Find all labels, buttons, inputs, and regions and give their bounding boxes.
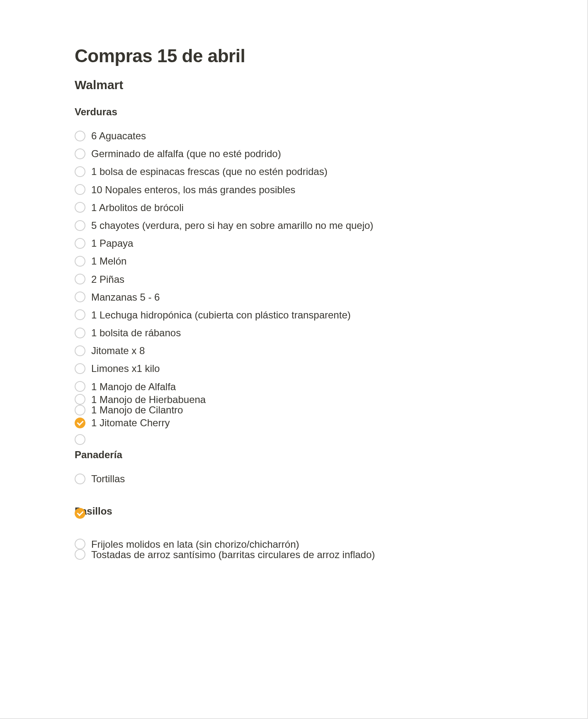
list-item-label: 1 Lechuga hidropónica (cubierta con plás… xyxy=(91,308,351,321)
section-heading: Panadería xyxy=(75,449,513,461)
list-item-label: 1 bolsita de rábanos xyxy=(91,326,181,339)
list-item-label: 6 Aguacates xyxy=(91,129,146,142)
note-page: Compras 15 de abril Walmart Verduras6 Ag… xyxy=(0,0,588,719)
list-item-label: 5 chayotes (verdura, pero si hay en sobr… xyxy=(91,219,373,232)
list-item[interactable]: 1 bolsa de espinacas frescas (que no est… xyxy=(75,163,513,180)
checkbox-empty-icon[interactable] xyxy=(75,256,85,267)
checkbox-empty-icon[interactable] xyxy=(75,184,85,195)
checkbox-empty-icon[interactable] xyxy=(75,328,85,338)
list-item[interactable]: 1 bolsita de rábanos xyxy=(75,324,513,342)
list-item-label: Tostadas de arroz santísimo (barritas ci… xyxy=(91,548,375,561)
list-item[interactable]: 1 Melón xyxy=(75,252,513,270)
checkbox-empty-icon[interactable] xyxy=(75,309,85,320)
list-item-label: 1 Melón xyxy=(91,255,126,267)
list-item-label: 1 Papaya xyxy=(91,237,133,250)
page-title: Compras 15 de abril xyxy=(75,46,513,66)
list-item[interactable]: 2 Piñas xyxy=(75,270,513,288)
checkbox-empty-icon[interactable] xyxy=(75,539,85,549)
list-item[interactable]: 6 Aguacates xyxy=(75,127,513,145)
list-item[interactable]: 1 Jitomate Cherry xyxy=(75,414,513,432)
list-item[interactable]: Tortillas xyxy=(75,470,513,488)
list-item-label: 1 Manojo de Alfalfa xyxy=(91,380,176,393)
list-item[interactable]: Manzanas 5 - 6 xyxy=(75,288,513,306)
list-item-label: 1 bolsa de espinacas frescas (que no est… xyxy=(91,165,328,178)
section-heading: Pasillos xyxy=(75,505,513,517)
list-item[interactable]: Limones x1 kilo xyxy=(75,360,513,377)
checkbox-empty-icon[interactable] xyxy=(75,202,85,213)
checklist: Frijoles molidos en lata (sin chorizo/ch… xyxy=(75,538,513,561)
checkbox-empty-icon[interactable] xyxy=(75,166,85,177)
list-item[interactable]: Tostadas de arroz santísimo (barritas ci… xyxy=(75,548,513,561)
list-item[interactable]: 10 Nopales enteros, los más grandes posi… xyxy=(75,181,513,199)
list-item[interactable]: 1 Papaya xyxy=(75,234,513,252)
checkbox-empty-icon[interactable] xyxy=(75,238,85,249)
section-heading: Verduras xyxy=(75,106,513,118)
checkbox-empty-icon[interactable] xyxy=(75,549,85,560)
checkbox-empty-icon[interactable] xyxy=(75,220,85,231)
checkbox-empty-icon[interactable] xyxy=(75,363,85,374)
list-item-label: 1 Arbolitos de brócoli xyxy=(91,201,184,214)
stray-checkbox-checked[interactable] xyxy=(75,508,85,519)
list-item[interactable]: 1 Lechuga hidropónica (cubierta con plás… xyxy=(75,306,513,324)
checkbox-empty-icon[interactable] xyxy=(75,274,85,284)
list-item-label: Tortillas xyxy=(91,472,125,485)
list-item[interactable]: Jitomate x 8 xyxy=(75,342,513,360)
list-item-label: 2 Piñas xyxy=(91,273,124,286)
list-item[interactable]: Germinado de alfalfa (que no esté podrid… xyxy=(75,145,513,163)
checkbox-empty-icon[interactable] xyxy=(75,148,85,159)
checklist: 6 AguacatesGerminado de alfalfa (que no … xyxy=(75,127,513,432)
stray-checkbox-empty[interactable] xyxy=(75,434,85,445)
list-item-label: 1 Manojo de Cilantro xyxy=(91,403,183,416)
checkbox-empty-icon[interactable] xyxy=(75,131,85,141)
checkbox-empty-icon[interactable] xyxy=(75,345,85,356)
checkbox-empty-icon[interactable] xyxy=(75,291,85,302)
list-item-label: Limones x1 kilo xyxy=(91,362,160,375)
checkbox-empty-icon[interactable] xyxy=(75,474,85,484)
checkbox-empty-icon[interactable] xyxy=(75,405,85,415)
list-item-label: Germinado de alfalfa (que no esté podrid… xyxy=(91,147,281,160)
list-item[interactable]: 1 Arbolitos de brócoli xyxy=(75,199,513,216)
list-item-label: Jitomate x 8 xyxy=(91,344,145,357)
checkbox-checked-icon[interactable] xyxy=(75,418,85,428)
checkbox-empty-icon[interactable] xyxy=(75,381,85,392)
store-heading: Walmart xyxy=(75,78,513,92)
checklist: Tortillas xyxy=(75,470,513,488)
list-item[interactable]: 5 chayotes (verdura, pero si hay en sobr… xyxy=(75,216,513,234)
list-item-label: Manzanas 5 - 6 xyxy=(91,291,160,304)
list-item-label: 1 Jitomate Cherry xyxy=(91,416,170,429)
sections-container: Verduras6 AguacatesGerminado de alfalfa … xyxy=(75,106,513,561)
list-item-label: 10 Nopales enteros, los más grandes posi… xyxy=(91,183,295,196)
